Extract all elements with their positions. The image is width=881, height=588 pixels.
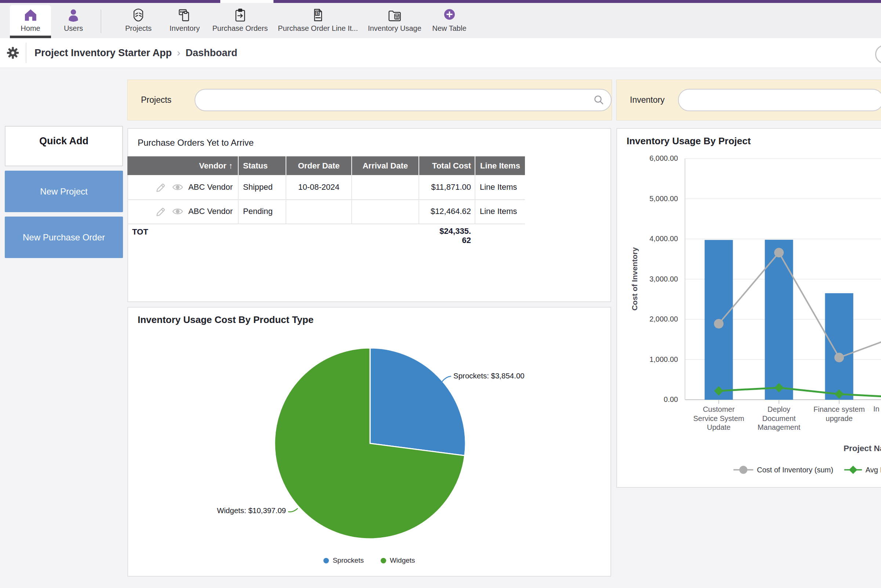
legend-dot-green	[381, 558, 386, 563]
cards-icon	[177, 8, 192, 23]
cell-status: Shipped	[238, 175, 285, 199]
breadcrumb-page-title: Dashboard	[185, 47, 237, 59]
pie-legend: Sprockets Widgets	[128, 556, 611, 564]
legend-dot-blue	[323, 558, 329, 563]
gear-icon[interactable]	[0, 46, 26, 60]
legend-marker-gray-circle	[733, 465, 754, 475]
tab-new-table[interactable]: New Table	[432, 3, 466, 43]
add-circle-icon	[441, 8, 457, 23]
table-total-row: TOT $24,335. 62	[128, 224, 525, 250]
column-header-order-date[interactable]: Order Date	[285, 156, 351, 175]
invoice-icon: $	[310, 8, 326, 23]
projects-search-label: Projects	[141, 95, 171, 105]
tab-label: New Table	[432, 24, 466, 33]
inventory-search-box	[678, 89, 881, 111]
tab-purchase-orders[interactable]: Purchase Orders	[212, 3, 268, 43]
inventory-search-label: Inventory	[630, 95, 665, 105]
column-header-line-items[interactable]: Line Items	[475, 156, 525, 175]
line-items-link[interactable]: Line Items	[475, 199, 525, 224]
legend-item-sprockets: Sprockets	[323, 556, 363, 564]
view-icon[interactable]	[171, 205, 184, 220]
cell-vendor: ABC Vendor	[188, 182, 233, 192]
cell-status: Pending	[238, 199, 285, 224]
column-header-vendor[interactable]: Vendor ↑	[128, 156, 238, 175]
column-header-status[interactable]: Status	[238, 156, 285, 175]
deck-icon	[131, 8, 146, 23]
cell-total-cost[interactable]: $11,871.00	[419, 175, 475, 199]
pie-chart-panel: Inventory Usage Cost By Product Type Spr…	[128, 307, 611, 577]
table-row[interactable]: ABC Vendor Pending $12,464.62 Line Items	[128, 199, 525, 224]
column-header-arrival-date[interactable]: Arrival Date	[351, 156, 419, 175]
tab-inventory[interactable]: Inventory	[170, 3, 200, 43]
legend-marker-green-diamond	[843, 465, 863, 475]
new-purchase-order-button[interactable]: New Purchase Order	[5, 216, 123, 258]
tab-label: Purchase Order Line It...	[278, 24, 358, 33]
x-axis-title: Project Na	[843, 444, 881, 453]
view-icon[interactable]	[171, 181, 184, 196]
table-header: Vendor ↑ Status Order Date Arrival Date …	[128, 156, 525, 175]
usage-chart-panel: Inventory Usage By Project 6,000.005,000…	[616, 128, 881, 488]
usage-chart-legend: Cost of Inventory (sum) Avg Inventory	[733, 465, 881, 475]
edit-icon[interactable]	[155, 181, 166, 196]
legend-item-cost-of-inventory: Cost of Inventory (sum)	[733, 465, 833, 475]
top-accent-bar-gap	[220, 0, 273, 3]
new-project-button[interactable]: New Project	[5, 171, 123, 212]
tab-label: Inventory Usage	[368, 24, 422, 33]
svg-text:$: $	[317, 11, 319, 15]
projects-search-input[interactable]	[204, 93, 589, 107]
y-tick-label: 1,000.00	[624, 355, 678, 364]
breadcrumb-bar: Project Inventory Starter App › Dashboar…	[0, 38, 881, 68]
tab-home[interactable]: Home	[21, 3, 40, 43]
column-header-total-cost[interactable]: Total Cost	[419, 156, 475, 175]
sort-asc-icon: ↑	[229, 161, 233, 171]
chevron-right-icon: ›	[177, 47, 180, 59]
total-cost-sum: $24,335. 62	[419, 224, 475, 245]
y-tick-label: 5,000.00	[624, 195, 678, 203]
tab-label: Purchase Orders	[212, 24, 268, 33]
pie-slice-label-widgets: Widgets: $10,397.09	[183, 506, 286, 515]
breadcrumb-app-name[interactable]: Project Inventory Starter App	[35, 47, 172, 59]
usage-combo-chart	[617, 129, 881, 487]
cell-order-date: 10-08-2024	[285, 175, 351, 199]
x-axis-category-partial: In	[873, 405, 879, 413]
quick-add-title: Quick Add	[6, 135, 122, 147]
tab-inventory-usage[interactable]: Inventory Usage	[368, 3, 422, 43]
top-accent-bar	[0, 0, 881, 3]
clipboard-arrow-icon	[233, 8, 248, 23]
y-tick-label: 0.00	[624, 395, 678, 404]
projects-search-box	[195, 89, 612, 111]
y-tick-label: 6,000.00	[624, 154, 678, 163]
quick-add-card: Quick Add	[5, 126, 123, 166]
tab-group-divider	[101, 9, 101, 33]
table-row[interactable]: ABC Vendor Shipped 10-08-2024 $11,871.00…	[128, 175, 525, 200]
tab-users[interactable]: Users	[64, 3, 83, 43]
search-icon[interactable]	[593, 94, 604, 107]
tab-projects[interactable]: Projects	[125, 3, 152, 43]
x-category-label: CustomerService SystemUpdate	[689, 405, 749, 432]
tab-strip: Home Users Projects	[0, 3, 881, 38]
cell-arrival-date	[351, 175, 419, 199]
purchase-orders-panel: Purchase Orders Yet to Arrive Vendor ↑ S…	[128, 128, 611, 302]
tab-label: Home	[21, 24, 40, 33]
cell-order-date	[285, 199, 351, 224]
cell-vendor: ABC Vendor	[188, 207, 233, 216]
cell-total-cost[interactable]: $12,464.62	[419, 199, 475, 224]
legend-item-avg-inventory: Avg Inventory	[843, 465, 881, 475]
app-window: Home Users Projects	[0, 0, 881, 588]
line-items-link[interactable]: Line Items	[475, 175, 525, 199]
pie-slice-label-sprockets: Sprockets: $3,854.00	[453, 372, 525, 380]
tab-label: Projects	[125, 24, 152, 33]
x-category-label: DeployDocumentManagement	[749, 405, 809, 432]
y-axis-title: Cost of Inventory	[630, 238, 639, 320]
edit-icon[interactable]	[155, 205, 166, 220]
x-category-label: Finance systemupgrade	[809, 405, 869, 423]
breadcrumb-divider	[26, 43, 26, 63]
home-icon	[23, 8, 38, 23]
purchase-orders-title: Purchase Orders Yet to Arrive	[138, 129, 254, 156]
inventory-search-input[interactable]	[687, 93, 861, 107]
projects-search-panel: Projects	[128, 80, 612, 120]
user-icon	[66, 8, 81, 23]
tab-label: Inventory	[170, 24, 200, 33]
cell-arrival-date	[351, 199, 419, 224]
tab-purchase-order-line-items[interactable]: $ Purchase Order Line It...	[278, 3, 358, 43]
